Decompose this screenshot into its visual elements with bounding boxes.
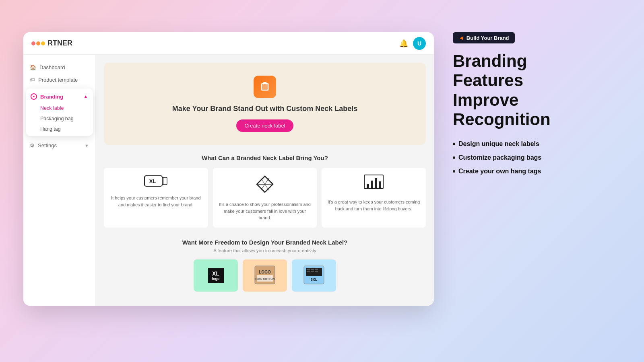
branding-header[interactable]: Branding ▲ xyxy=(26,90,93,103)
sidebar-item-packaging-bag[interactable]: Packaging bag xyxy=(26,113,93,124)
avatar-button[interactable]: U xyxy=(413,37,426,50)
bullet-text-1: Design unique neck labels xyxy=(458,140,539,148)
svg-rect-25 xyxy=(311,269,314,270)
svg-rect-28 xyxy=(311,271,314,272)
svg-rect-14 xyxy=(367,184,369,188)
dashboard-label: Dashboard xyxy=(39,64,65,70)
hero-banner: Make Your Brand Stand Out with Custom Ne… xyxy=(104,63,426,145)
top-bar: RTNER 🔔 U xyxy=(23,32,434,55)
top-bar-actions: 🔔 U xyxy=(399,37,426,50)
svg-text:100% COTTON: 100% COTTON xyxy=(255,278,275,280)
branding-card: Branding ▲ Neck lable Packaging bag Hang… xyxy=(26,88,93,136)
xl-tag-icon: XL xyxy=(109,174,202,191)
feature-card-1-text: It helps your customers remember your br… xyxy=(109,195,202,208)
svg-text:LOGO: LOGO xyxy=(259,270,271,274)
svg-rect-26 xyxy=(315,269,318,270)
chevron-up-icon: ▲ xyxy=(83,94,88,99)
right-panel: ◄ Build Your Brand Branding Features Imp… xyxy=(453,32,590,175)
svg-text:5XL: 5XL xyxy=(311,278,318,282)
settings-label: Settings xyxy=(38,142,57,148)
heading-line3: Improve xyxy=(453,90,590,110)
heading-line1: Branding xyxy=(453,51,590,71)
bullet-item-2: Customize packaging bags xyxy=(453,154,590,161)
bullet-dot-1 xyxy=(453,143,455,145)
preview-sky-content: 5XL xyxy=(302,264,326,287)
logo-icons xyxy=(31,41,45,45)
hero-title: Make Your Brand Stand Out with Custom Ne… xyxy=(112,105,418,113)
freedom-title: Want More Freedom to Design Your Branded… xyxy=(104,239,426,246)
product-template-label: Product template xyxy=(38,77,78,83)
feature-card-2: It's a chance to show your professionali… xyxy=(213,168,317,228)
sidebar-item-dashboard[interactable]: 🏠 Dashboard xyxy=(23,61,95,74)
feature-card-1: XL It helps your customers remember your… xyxy=(104,168,208,228)
freedom-subtitle: A feature that allows you to unleash you… xyxy=(104,248,426,253)
svg-text:XL: XL xyxy=(149,178,156,184)
heading-line2: Features xyxy=(453,71,590,90)
preview-xl-text: XL xyxy=(212,270,220,277)
build-brand-badge: ◄ Build Your Brand xyxy=(453,32,515,43)
bar-chart-icon xyxy=(327,174,420,195)
main-content: Make Your Brand Stand Out with Custom Ne… xyxy=(96,55,434,306)
features-grid: XL It helps your customers remember your… xyxy=(104,168,426,228)
dashboard-icon: 🏠 xyxy=(30,64,36,70)
neck-label-hero-icon xyxy=(254,76,276,98)
settings-chevron-icon: ▼ xyxy=(85,143,89,148)
right-panel-heading: Branding Features Improve Recognition xyxy=(453,51,590,129)
bullet-text-3: Create your own hang tags xyxy=(458,168,541,175)
svg-rect-7 xyxy=(162,177,167,185)
preview-mint-content: XL logo xyxy=(208,268,224,283)
product-template-icon: 🏷 xyxy=(30,77,35,83)
bullet-item-3: Create your own hang tags xyxy=(453,168,590,175)
bullet-dot-3 xyxy=(453,170,455,173)
sidebar-item-neck-lable[interactable]: Neck lable xyxy=(26,103,93,113)
diamond-icon xyxy=(219,174,312,197)
svg-rect-17 xyxy=(379,181,381,188)
svg-rect-2 xyxy=(263,82,266,84)
svg-rect-15 xyxy=(371,181,373,188)
svg-rect-27 xyxy=(307,271,310,272)
preview-peach: LOGO 100% COTTON xyxy=(243,259,287,292)
branding-header-left: Branding xyxy=(31,93,63,100)
heading-line4: Recognition xyxy=(453,110,590,129)
logo-dot-yellow xyxy=(41,41,45,45)
sidebar: 🏠 Dashboard 🏷 Product template Branding … xyxy=(23,55,96,306)
preview-sky: 5XL xyxy=(292,259,336,292)
bell-icon[interactable]: 🔔 xyxy=(399,39,408,48)
features-section: What Can a Branded Neck Label Bring You?… xyxy=(104,154,426,228)
logo-dot-orange xyxy=(36,41,40,45)
preview-peach-content: LOGO 100% COTTON xyxy=(253,264,277,287)
bullet-text-2: Customize packaging bags xyxy=(458,154,541,161)
features-title: What Can a Branded Neck Label Bring You? xyxy=(104,154,426,161)
badge-arrow-icon: ◄ xyxy=(458,35,464,41)
preview-mint: XL logo xyxy=(194,259,238,292)
create-neck-label-button[interactable]: Create neck label xyxy=(236,119,293,132)
freedom-previews: XL logo LOGO 100% COTTON xyxy=(104,259,426,292)
svg-rect-29 xyxy=(315,271,318,272)
logo: RTNER xyxy=(31,39,72,47)
app-window: RTNER 🔔 U 🏠 Dashboard 🏷 Product template xyxy=(23,32,434,306)
preview-logo-text: logo xyxy=(212,277,220,281)
sidebar-item-hang-tag[interactable]: Hang tag xyxy=(26,124,93,134)
branding-section-icon xyxy=(31,93,37,100)
feature-card-2-text: It's a chance to show your professionali… xyxy=(219,201,312,221)
logo-dot-pink xyxy=(31,41,35,45)
feature-card-3: It's a great way to keep your customers … xyxy=(322,168,426,228)
right-panel-list: Design unique neck labels Customize pack… xyxy=(453,140,590,175)
bullet-item-1: Design unique neck labels xyxy=(453,140,590,148)
logo-text: RTNER xyxy=(47,39,72,47)
app-body: 🏠 Dashboard 🏷 Product template Branding … xyxy=(23,55,434,306)
feature-card-3-text: It's a great way to keep your customers … xyxy=(327,199,420,212)
badge-text: Build Your Brand xyxy=(466,35,509,41)
sidebar-item-product-template[interactable]: 🏷 Product template xyxy=(23,74,95,86)
svg-rect-24 xyxy=(307,269,310,270)
branding-label: Branding xyxy=(40,94,63,100)
sidebar-item-settings[interactable]: ⚙ Settings ▼ xyxy=(23,139,95,152)
bullet-dot-2 xyxy=(453,156,455,159)
svg-rect-16 xyxy=(375,178,377,188)
settings-icon: ⚙ xyxy=(30,142,35,148)
freedom-section: Want More Freedom to Design Your Branded… xyxy=(104,239,426,292)
